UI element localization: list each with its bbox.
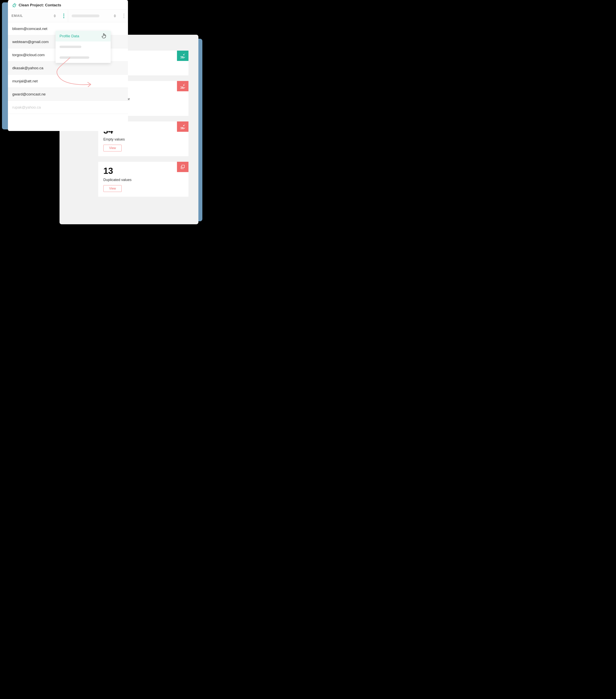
cell-email: blixem@comcast.net bbox=[12, 27, 48, 31]
sort-desc-icon bbox=[54, 16, 56, 17]
panel-title: Clean Project: Contacts bbox=[19, 3, 61, 7]
badge-valid-icon bbox=[177, 51, 188, 61]
panel-title-row: Clean Project: Contacts bbox=[8, 0, 128, 10]
sort-asc-icon bbox=[54, 14, 56, 16]
column-label: EMAIL bbox=[12, 14, 23, 18]
cell-email: gward@comcast.ne bbox=[12, 92, 45, 96]
svg-point-1 bbox=[185, 84, 185, 84]
card-duplicated-values: 13 Duplicated values View bbox=[98, 162, 188, 197]
badge-error-icon bbox=[177, 81, 188, 91]
hand-sparkle-icon bbox=[180, 124, 186, 130]
table-row[interactable]: rupak@yahoo.ca bbox=[8, 101, 128, 114]
menu-item-placeholder[interactable] bbox=[55, 41, 111, 52]
menu-item-placeholder[interactable] bbox=[55, 52, 111, 63]
stack-icon bbox=[180, 164, 186, 170]
hand-sparkle-icon bbox=[180, 53, 186, 59]
badge-duplicate-icon bbox=[177, 162, 188, 172]
table-row[interactable]: munjal@att.net bbox=[8, 75, 128, 88]
svg-rect-3 bbox=[182, 165, 184, 168]
sort-toggle[interactable] bbox=[114, 14, 116, 17]
sort-asc-icon bbox=[114, 14, 116, 16]
card-caption: Empty values bbox=[103, 137, 183, 142]
table-row[interactable]: gward@comcast.ne bbox=[8, 88, 128, 101]
menu-item-profile-data[interactable]: Profile Data bbox=[55, 31, 111, 41]
column-menu-button[interactable] bbox=[63, 14, 64, 18]
placeholder-bar bbox=[59, 56, 89, 59]
table-row[interactable]: dkasak@yahoo.ca bbox=[8, 62, 128, 75]
sort-toggle[interactable] bbox=[54, 14, 56, 17]
column-menu-button[interactable] bbox=[123, 14, 124, 18]
svg-point-0 bbox=[185, 53, 185, 54]
sort-desc-icon bbox=[114, 16, 116, 17]
cell-email: webteam@gmail.com bbox=[12, 40, 49, 44]
cell-email: torgox@icloud.com bbox=[12, 53, 45, 57]
cell-email: rupak@yahoo.ca bbox=[12, 105, 41, 109]
column-menu-dropdown: Profile Data bbox=[55, 31, 111, 63]
pointer-hand-icon bbox=[102, 33, 107, 39]
svg-point-2 bbox=[185, 124, 185, 124]
column-header-row: EMAIL bbox=[8, 10, 128, 22]
card-caption: Duplicated values bbox=[103, 178, 183, 182]
cell-email: dkasak@yahoo.ca bbox=[12, 66, 43, 70]
badge-empty-icon bbox=[177, 121, 188, 132]
placeholder-bar bbox=[72, 14, 99, 17]
cell-email: munjal@att.net bbox=[12, 79, 38, 83]
column-header-email[interactable]: EMAIL bbox=[8, 10, 68, 22]
hand-sparkle-icon bbox=[180, 83, 186, 89]
brush-icon bbox=[12, 3, 17, 8]
card-value: 13 bbox=[103, 166, 183, 176]
menu-item-label: Profile Data bbox=[59, 34, 79, 38]
placeholder-bar bbox=[59, 45, 81, 48]
contacts-panel: Clean Project: Contacts EMAIL blixem@co bbox=[8, 0, 128, 131]
view-button-duplicates[interactable]: View bbox=[103, 185, 122, 192]
column-header-placeholder[interactable] bbox=[68, 10, 128, 22]
view-button-empty[interactable]: View bbox=[103, 145, 122, 151]
